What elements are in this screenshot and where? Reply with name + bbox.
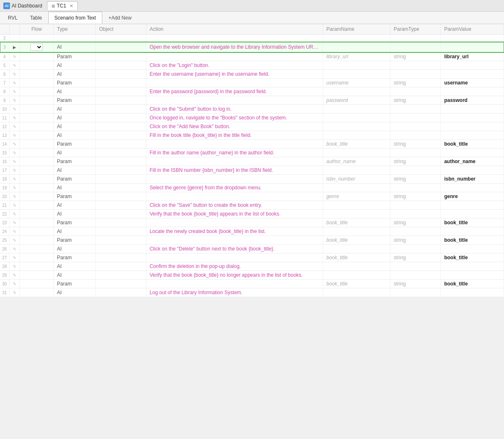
row-paramvalue: book_title bbox=[441, 280, 504, 288]
row-edit-icon[interactable]: ✎ bbox=[9, 253, 20, 262]
row-action bbox=[146, 218, 323, 227]
table-row[interactable]: 6✎AIEnter the username {username} in the… bbox=[0, 70, 504, 79]
table-row[interactable]: 17✎AIFill in the ISBN number {isbn_numbe… bbox=[0, 166, 504, 175]
table-row[interactable]: 3▶AIOpen the web browser and navigate to… bbox=[0, 42, 504, 52]
table-row[interactable]: 18✎Paramisbn_numberstringisbn_number bbox=[0, 175, 504, 184]
table-row[interactable]: 19✎AISelect the genre {genre} from the d… bbox=[0, 184, 504, 192]
row-paramvalue bbox=[441, 166, 504, 175]
row-paramname bbox=[323, 114, 390, 122]
row-paramname: library_url bbox=[323, 52, 390, 61]
table-row[interactable]: 10✎AIClick on the "Submit" button to log… bbox=[0, 105, 504, 114]
row-edit-icon[interactable] bbox=[9, 35, 20, 42]
row-edit-icon[interactable]: ▶ bbox=[9, 42, 20, 52]
row-edit-icon[interactable]: ✎ bbox=[9, 262, 20, 271]
table-row[interactable]: 12✎AIClick on the "Add New Book" button. bbox=[0, 122, 504, 131]
row-edit-icon[interactable]: ✎ bbox=[9, 87, 20, 96]
table-row[interactable]: 23✎Parambook_titlestringbook_title bbox=[0, 218, 504, 227]
table-row[interactable]: 11✎AIOnce logged in, navigate to the "Bo… bbox=[0, 114, 504, 122]
tab-close-button[interactable]: ✕ bbox=[69, 3, 73, 9]
row-edit-icon[interactable]: ✎ bbox=[9, 52, 20, 61]
row-edit-icon[interactable]: ✎ bbox=[9, 192, 20, 201]
row-edit-icon[interactable]: ✎ bbox=[9, 184, 20, 192]
row-edit-icon[interactable]: ✎ bbox=[9, 105, 20, 114]
row-paramtype bbox=[390, 166, 440, 175]
row-line-number: 24 bbox=[0, 227, 9, 236]
row-edit-icon[interactable]: ✎ bbox=[9, 245, 20, 253]
tab-tc1[interactable]: ⊞ TC1 ✕ bbox=[47, 1, 78, 10]
row-edit-icon[interactable]: ✎ bbox=[9, 79, 20, 87]
row-paramtype: string bbox=[390, 280, 440, 288]
tab-navigation: RVL Table Scenario from Text +Add New bbox=[0, 12, 504, 24]
table-row[interactable]: 27✎Parambook_titlestringbook_title bbox=[0, 253, 504, 262]
row-action: Click on the "Add New Book" button. bbox=[146, 122, 323, 131]
row-edit-icon[interactable]: ✎ bbox=[9, 236, 20, 245]
table-row[interactable]: 4✎Paramlibrary_urlstringlibrary_url bbox=[0, 52, 504, 61]
table-row[interactable]: 14✎Parambook_titlestringbook_title bbox=[0, 140, 504, 149]
row-edit-icon[interactable]: ✎ bbox=[9, 280, 20, 288]
row-flow-cell[interactable] bbox=[20, 42, 54, 52]
tab-table[interactable]: Table bbox=[24, 12, 48, 24]
row-flow-cell bbox=[20, 61, 54, 70]
row-action: Click on the "Save" button to create the… bbox=[146, 201, 323, 210]
table-row[interactable]: 30✎Parambook_titlestringbook_title bbox=[0, 280, 504, 288]
flow-dropdown[interactable] bbox=[30, 43, 43, 51]
table-row[interactable]: 22✎AIVerify that the book {book_title} a… bbox=[0, 210, 504, 218]
row-paramvalue: book_title bbox=[441, 236, 504, 245]
app-logo: AI bbox=[3, 2, 10, 9]
row-paramname bbox=[323, 149, 390, 157]
row-flow-cell bbox=[20, 288, 54, 297]
table-row[interactable]: 9✎Parampasswordstringpassword bbox=[0, 96, 504, 105]
tab-rvl[interactable]: RVL bbox=[2, 12, 24, 24]
row-edit-icon[interactable]: ✎ bbox=[9, 175, 20, 184]
row-edit-icon[interactable]: ✎ bbox=[9, 70, 20, 79]
row-edit-icon[interactable]: ✎ bbox=[9, 114, 20, 122]
row-edit-icon[interactable]: ✎ bbox=[9, 271, 20, 280]
table-row[interactable]: 13✎AIFill in the book title {book_title}… bbox=[0, 131, 504, 140]
table-row[interactable]: 29✎AIVerify that the book {book_title} n… bbox=[0, 271, 504, 280]
row-object bbox=[96, 35, 146, 42]
row-edit-icon[interactable]: ✎ bbox=[9, 61, 20, 70]
col-header-action: Action bbox=[146, 24, 323, 35]
tab-scenario-from-text[interactable]: Scenario from Text bbox=[48, 12, 102, 24]
row-edit-icon[interactable]: ✎ bbox=[9, 166, 20, 175]
tab-add-new[interactable]: +Add New bbox=[102, 12, 138, 24]
table-row[interactable]: 20✎Paramgenrestringgenre bbox=[0, 192, 504, 201]
row-edit-icon[interactable]: ✎ bbox=[9, 288, 20, 297]
row-edit-icon[interactable]: ✎ bbox=[9, 157, 20, 166]
table-row[interactable]: 15✎AIFill in the author name {author_nam… bbox=[0, 149, 504, 157]
table-row[interactable]: 5✎AIClick on the "Login" button. bbox=[0, 61, 504, 70]
table-row[interactable]: 31✎AILog out of the Library Information … bbox=[0, 288, 504, 297]
table-row[interactable]: 2 bbox=[0, 35, 504, 42]
table-row[interactable]: 7✎Paramusernamestringusername bbox=[0, 79, 504, 87]
row-edit-icon[interactable]: ✎ bbox=[9, 131, 20, 140]
row-paramtype bbox=[390, 201, 440, 210]
table-row[interactable]: 24✎AILocate the newly created book {book… bbox=[0, 227, 504, 236]
row-line-number: 17 bbox=[0, 166, 9, 175]
row-line-number: 23 bbox=[0, 218, 9, 227]
row-object bbox=[96, 236, 146, 245]
row-paramvalue: password bbox=[441, 96, 504, 105]
row-type: Param bbox=[54, 192, 96, 201]
row-paramtype: string bbox=[390, 157, 440, 166]
row-paramtype bbox=[390, 131, 440, 140]
row-edit-icon[interactable]: ✎ bbox=[9, 218, 20, 227]
row-edit-icon[interactable]: ✎ bbox=[9, 96, 20, 105]
row-edit-icon[interactable]: ✎ bbox=[9, 227, 20, 236]
table-row[interactable]: 26✎AIClick on the "Delete" button next t… bbox=[0, 245, 504, 253]
table-row[interactable]: 16✎Paramauthor_namestringauthor_name bbox=[0, 157, 504, 166]
row-paramname: book_title bbox=[323, 253, 390, 262]
row-line-number: 28 bbox=[0, 262, 9, 271]
table-row[interactable]: 25✎Parambook_titlestringbook_title bbox=[0, 236, 504, 245]
row-edit-icon[interactable]: ✎ bbox=[9, 122, 20, 131]
table-row[interactable]: 21✎AIClick on the "Save" button to creat… bbox=[0, 201, 504, 210]
row-edit-icon[interactable]: ✎ bbox=[9, 210, 20, 218]
table-row[interactable]: 28✎AIConfirm the deletion in the pop-up … bbox=[0, 262, 504, 271]
row-object bbox=[96, 70, 146, 79]
row-type: Param bbox=[54, 52, 96, 61]
table-row[interactable]: 8✎AIEnter the password {password} in the… bbox=[0, 87, 504, 96]
row-edit-icon[interactable]: ✎ bbox=[9, 201, 20, 210]
row-edit-icon[interactable]: ✎ bbox=[9, 140, 20, 149]
row-type: AI bbox=[54, 227, 96, 236]
row-edit-icon[interactable]: ✎ bbox=[9, 149, 20, 157]
row-paramvalue bbox=[441, 184, 504, 192]
